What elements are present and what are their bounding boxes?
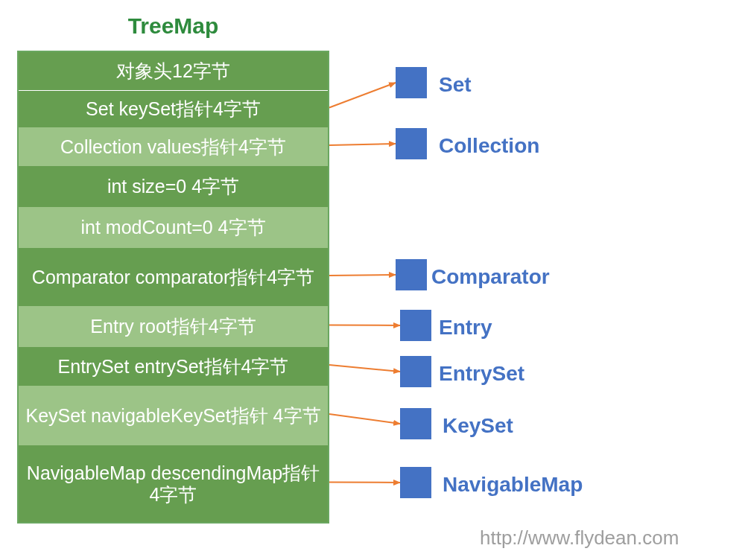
struct-row-8: KeySet navigableKeySet指针 4字节 [19,386,328,445]
target-box-comparator [396,259,427,290]
struct-row-9: NavigableMap descendingMap指针 4字节 [19,445,328,522]
watermark: http://www.flydean.com [480,526,679,550]
struct-row-2: Collection values指针4字节 [19,127,328,166]
struct-row-7: EntrySet entrySet指针4字节 [19,347,328,386]
arrow-to-comparator [329,275,396,276]
arrow-to-collection [329,144,396,145]
target-box-entry [400,310,431,341]
arrow-to-entry [329,325,400,326]
struct-row-5: Comparator comparator指针4字节 [19,248,328,306]
target-label-entry: Entry [439,316,492,340]
diagram-title: TreeMap [17,13,329,39]
treemap-struct-box: 对象头12字节Set keySet指针4字节Collection values指… [17,51,329,524]
target-box-entryset [400,356,431,387]
arrow-to-entryset [329,365,400,372]
target-label-navigablemap: NavigableMap [443,473,583,497]
struct-row-4: int modCount=0 4字节 [19,207,328,248]
arrow-to-set [329,83,396,108]
target-label-keyset: KeySet [443,414,513,438]
struct-row-0: 对象头12字节 [19,52,328,90]
target-box-navigablemap [400,467,431,498]
struct-row-1: Set keySet指针4字节 [19,91,328,127]
target-box-collection [396,128,427,159]
target-label-comparator: Comparator [431,265,550,289]
target-box-set [396,67,427,98]
struct-row-3: int size=0 4字节 [19,166,328,207]
arrow-to-navigablemap [329,483,400,483]
target-label-entryset: EntrySet [439,362,524,386]
struct-row-6: Entry root指针4字节 [19,306,328,347]
target-label-collection: Collection [439,134,539,158]
target-box-keyset [400,408,431,439]
target-label-set: Set [439,73,472,97]
arrow-to-keyset [329,414,400,424]
